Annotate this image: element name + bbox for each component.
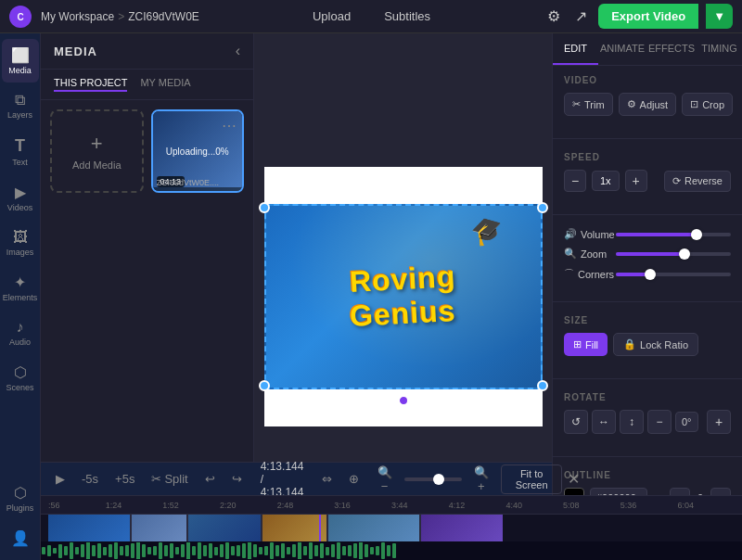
divider-1 [553,138,742,139]
workspace-name[interactable]: My Workspace [41,10,114,23]
flip-v-button[interactable]: ↕ [620,410,644,434]
zoom-in-button[interactable]: 🔍+ [467,462,495,497]
sidebar-item-videos[interactable]: ▶ Videos [2,176,39,220]
share-icon[interactable]: ↗ [571,4,591,29]
handle-bottom-left[interactable] [259,380,270,391]
skip-forward-button[interactable]: +5s [109,468,140,490]
upload-progress-text: Uploading...0% [166,146,229,157]
ruler-mark-6: 3:44 [391,501,449,510]
volume-slider[interactable] [616,233,731,236]
rotate-minus-button[interactable]: − [647,410,672,434]
bottom-toolbar: ▶ -5s +5s ✂ Split ↩ ↪ 4:13.144 / 4:13.14… [41,462,552,495]
fill-button[interactable]: ⊞ Fill [564,333,608,356]
ruler-mark-8: 4:40 [505,501,563,510]
handle-top-left[interactable] [259,202,270,213]
handle-bottom-center[interactable] [398,395,409,406]
export-dropdown-button[interactable]: ▼ [706,4,733,29]
audio-icon: ♪ [17,319,24,336]
wave-bar [164,545,168,556]
export-button[interactable]: Export Video [598,4,698,29]
volume-icon: 🔊 [564,228,577,240]
wave-bar [275,545,279,556]
tab-this-project[interactable]: THIS PROJECT [54,77,127,92]
timeline-zoom-thumb[interactable] [433,474,444,485]
subtitles-button[interactable]: Subtitles [377,6,438,27]
fit-to-screen-button[interactable]: Fit to Screen [501,465,562,494]
tab-timing[interactable]: TIMING [697,33,742,65]
speed-minus-button[interactable]: − [564,170,586,192]
ruler-mark-1: 1:24 [106,501,163,510]
add-media-button[interactable]: + Add Media [50,109,144,193]
text-icon: T [15,136,25,156]
timeline-wave-display [41,542,495,559]
track-segment-2[interactable] [132,515,186,541]
timeline-zoom-slider[interactable] [404,477,462,481]
split-button[interactable]: ✂ Split [146,468,193,490]
media-panel-collapse-button[interactable]: ‹ [236,43,240,59]
svg-text:C: C [17,12,23,22]
reverse-button[interactable]: ⟳ Reverse [664,171,731,192]
tab-effects[interactable]: EFFECTS [646,33,697,65]
tab-edit[interactable]: EDIT [553,33,598,65]
undo-button[interactable]: ↩ [199,468,221,490]
track-segment-1[interactable] [48,515,130,541]
sidebar-item-images[interactable]: 🖼 Images [2,222,39,264]
track-segment-6[interactable] [421,515,503,541]
zoom-marker-button[interactable]: ⊕ [343,468,365,490]
speed-plus-button[interactable]: + [625,170,647,192]
rotate-section: ROTATE ↺ ↔ ↕ − 0° + [553,383,742,452]
wave-bar [287,547,290,554]
canvas-content[interactable]: Roving Genius 🎓 [264,204,543,389]
lock-ratio-label: Lock Ratio [640,339,688,350]
play-button[interactable]: ▶ [50,468,70,490]
time-sep: / [261,473,263,486]
zoom-out-button[interactable]: 🔍− [370,462,398,497]
topbar-right: ⚙ ↗ Export Video ▼ [544,4,733,29]
crop-button[interactable]: ⊡ Crop [682,93,733,116]
sidebar-item-media[interactable]: ⬜ Media [2,39,39,83]
adjust-button[interactable]: ⚙ Adjust [619,93,677,116]
sidebar-label-plugins: Plugins [6,503,34,513]
upload-button[interactable]: Upload [305,6,358,27]
timeline-track[interactable] [48,515,503,541]
wave-bar [120,546,123,555]
redo-button[interactable]: ↪ [226,468,248,490]
corners-slider[interactable] [616,273,731,276]
volume-thumb [691,229,702,240]
track-segment-5[interactable] [328,515,419,541]
genius-text: Genius [349,294,456,334]
playhead[interactable] [319,515,321,541]
wave-bar [248,542,251,559]
settings-icon[interactable]: ⚙ [544,4,564,29]
close-button[interactable]: ✕ [568,470,580,488]
speed-section: SPEED − 1x + ⟳ Reverse [553,143,742,210]
sidebar-item-audio[interactable]: ♪ Audio [2,312,39,354]
track-segment-4[interactable] [262,515,326,541]
sidebar-item-elements[interactable]: ✦ Elements [2,266,39,310]
rotate-plus-button[interactable]: + [707,410,731,434]
merge-icon-button[interactable]: ⇔ [316,468,338,490]
handle-bottom-right[interactable] [537,380,548,391]
breadcrumb: My Workspace > ZCI69dVtW0E [41,10,199,23]
sidebar-item-plugins[interactable]: ⬡ Plugins [2,477,39,520]
trim-button[interactable]: ✂ Trim [564,93,613,116]
rotate-degree: 0° [675,412,698,432]
rotate-ccw-button[interactable]: ↺ [564,410,588,434]
media-more-button[interactable]: ⋯ [222,117,237,134]
sidebar-item-scenes[interactable]: ⬡ Scenes [2,356,39,400]
tab-my-media[interactable]: MY MEDIA [140,77,190,92]
skip-back-button[interactable]: -5s [76,468,104,490]
zoom-slider[interactable] [616,252,731,256]
track-segment-3[interactable] [188,515,261,541]
media-thumbnail[interactable]: Uploading...0% 04:13 ZCI69dVtW0E.... ⋯ [151,109,245,193]
handle-top-right[interactable] [537,202,548,213]
flip-h-button[interactable]: ↔ [592,410,616,434]
wave-bar [337,542,340,559]
sidebar-item-bottom[interactable]: 👤 [2,522,39,554]
lock-ratio-button[interactable]: 🔒 Lock Ratio [613,333,698,356]
sidebar-item-layers[interactable]: ⧉ Layers [2,84,39,127]
tab-animate[interactable]: ANIMATE [598,33,646,65]
reverse-label: Reverse [684,175,723,186]
sidebar-item-text[interactable]: T Text [2,129,39,174]
wave-bar [231,546,235,555]
